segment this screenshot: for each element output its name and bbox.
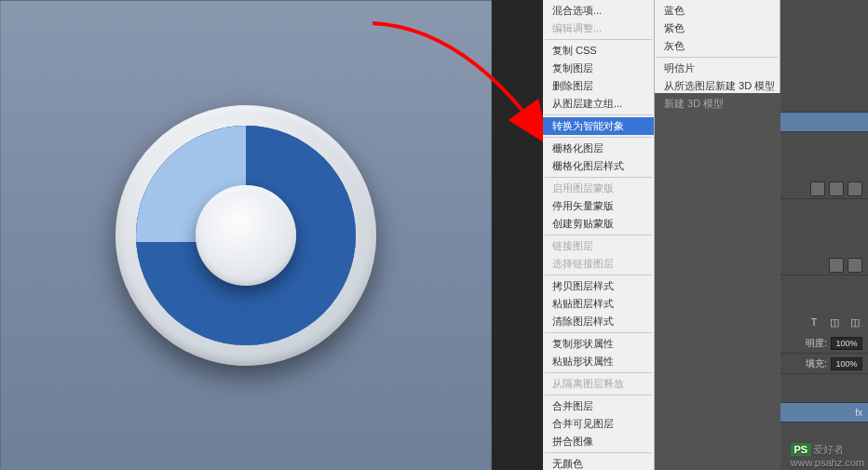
- opacity-label: 明度:: [806, 337, 827, 350]
- menu-paste-shape-attr[interactable]: 粘贴形状属性: [543, 353, 654, 370]
- menu-separator: [545, 395, 652, 396]
- menu-no-color[interactable]: 无颜色: [543, 455, 654, 470]
- menu-separator: [545, 177, 652, 178]
- submenu-postcard[interactable]: 明信片: [655, 60, 780, 77]
- opacity-value[interactable]: 100%: [831, 337, 862, 350]
- menu-blend-options[interactable]: 混合选项...: [543, 2, 654, 20]
- grid2-icon[interactable]: [848, 258, 862, 273]
- menu-separator: [545, 372, 652, 373]
- watermark-url: www.psahz.com: [791, 457, 864, 468]
- menu-separator: [545, 235, 652, 235]
- menu-release-isolation: 从隔离图层释放: [543, 375, 654, 393]
- menu-rasterize-layer[interactable]: 栅格化图层: [543, 140, 654, 157]
- submenu-blue[interactable]: 蓝色: [655, 2, 780, 20]
- menu-disable-vector-mask[interactable]: 停用矢量蒙版: [543, 197, 654, 215]
- menu-link-layers: 链接图层: [543, 237, 654, 255]
- option-tool-icon[interactable]: ◫: [827, 316, 842, 329]
- submenu-gray[interactable]: 灰色: [655, 37, 780, 55]
- menu-merge-layers[interactable]: 合并图层: [543, 397, 654, 415]
- menu-duplicate-layer[interactable]: 复制图层: [543, 60, 654, 77]
- layer-context-menu: 混合选项... 编辑调整... 复制 CSS 复制图层 删除图层 从图层建立组.…: [543, 0, 655, 470]
- layer-row[interactable]: fx: [780, 402, 868, 423]
- menu-rasterize-style[interactable]: 栅格化图层样式: [543, 157, 654, 175]
- type-tool-icon[interactable]: T: [807, 316, 821, 329]
- menu-separator: [545, 114, 652, 115]
- watermark-logo: PS: [791, 443, 812, 456]
- fill-row: 填充: 100%: [780, 354, 868, 374]
- panel-type-tools: T ◫ ◫: [780, 313, 868, 333]
- menu-copy-shape-attr[interactable]: 复制形状属性: [543, 335, 654, 353]
- camera-icon[interactable]: [829, 181, 844, 196]
- menu-clear-layer-style[interactable]: 清除图层样式: [543, 313, 654, 330]
- submenu-new-3d-model: 新建 3D 模型: [655, 95, 780, 113]
- layer-context-submenu: 蓝色 紫色 灰色 明信片 从所选图层新建 3D 模型 新建 3D 模型: [655, 0, 780, 93]
- submenu-purple[interactable]: 紫色: [655, 20, 780, 37]
- grid-icon[interactable]: [810, 181, 825, 196]
- option-tool2-icon[interactable]: ◫: [848, 316, 862, 329]
- menu-select-linked: 选择链接图层: [543, 255, 654, 273]
- right-panel: T ◫ ◫ 明度: 100% 填充: 100% fx: [780, 0, 868, 470]
- menu-separator: [545, 137, 652, 138]
- menu-flatten-image[interactable]: 拼合图像: [543, 433, 654, 450]
- fx-badge: fx: [855, 408, 862, 418]
- center-hub: [196, 185, 296, 286]
- menu-merge-visible[interactable]: 合并可见图层: [543, 415, 654, 433]
- fill-value[interactable]: 100%: [831, 357, 862, 370]
- menu-paste-layer-style[interactable]: 粘贴图层样式: [543, 295, 654, 313]
- fill-label: 填充:: [806, 357, 827, 370]
- trash-icon[interactable]: [848, 181, 862, 196]
- swatch-icon[interactable]: [829, 258, 844, 273]
- menu-separator: [545, 275, 652, 275]
- menu-create-clipping-mask[interactable]: 创建剪贴蒙版: [543, 215, 654, 233]
- menu-separator: [545, 452, 652, 453]
- round-dial-icon: [115, 105, 376, 366]
- menu-separator: [657, 57, 778, 58]
- watermark-text: 爱好者: [813, 444, 844, 455]
- menu-separator: [545, 39, 652, 40]
- menu-edit-adjustment: 编辑调整...: [543, 20, 654, 37]
- submenu-new-3d-from-selected[interactable]: 从所选图层新建 3D 模型: [655, 77, 780, 95]
- panel-icon-row: [780, 179, 868, 199]
- menu-enable-layer-mask: 启用图层蒙版: [543, 180, 654, 197]
- divider-strip: [492, 0, 543, 470]
- watermark: PS爱好者 www.psahz.com: [791, 443, 864, 468]
- menu-delete-layer[interactable]: 删除图层: [543, 77, 654, 95]
- opacity-row: 明度: 100%: [780, 333, 868, 354]
- menu-convert-smart-object[interactable]: 转换为智能对象: [543, 117, 654, 135]
- panel-swatch-row: [780, 255, 868, 275]
- menu-copy-layer-style[interactable]: 拷贝图层样式: [543, 277, 654, 295]
- canvas-area[interactable]: [0, 0, 492, 470]
- menu-group-from-layers[interactable]: 从图层建立组...: [543, 95, 654, 113]
- menu-separator: [545, 332, 652, 333]
- menu-copy-css[interactable]: 复制 CSS: [543, 42, 654, 60]
- selected-layer-row[interactable]: [780, 112, 868, 132]
